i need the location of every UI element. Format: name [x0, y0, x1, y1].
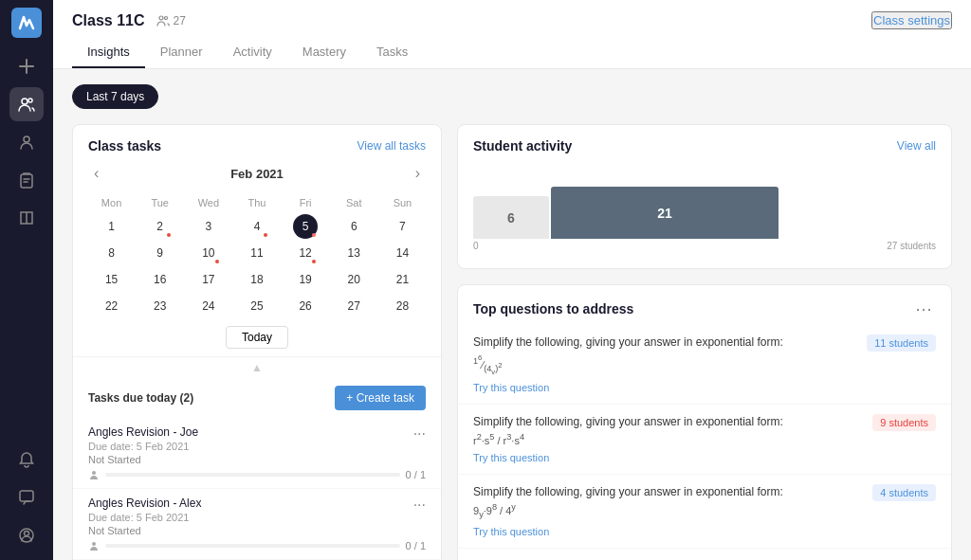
right-column: Student activity View all 6 21 0 27 s	[457, 124, 952, 560]
chart-axis: 0 27 students	[473, 239, 936, 253]
users-icon[interactable]	[9, 87, 44, 121]
task-name-2[interactable]: Angles Revision - Alex	[88, 497, 413, 510]
cal-day-7[interactable]: 7	[390, 214, 414, 239]
svg-point-9	[92, 471, 96, 475]
task-progress-bar-1	[105, 473, 400, 477]
question-content-1: Simplify the following, giving your answ…	[473, 334, 783, 394]
svg-point-2	[24, 136, 29, 142]
cal-day-12[interactable]: 12	[293, 241, 318, 265]
day-header-thu: Thu	[233, 193, 280, 212]
tab-planner[interactable]: Planner	[145, 37, 218, 68]
cal-day-9[interactable]: 9	[148, 241, 173, 265]
cal-day-19[interactable]: 19	[293, 267, 318, 292]
person-small-icon	[88, 469, 100, 480]
task-status-2: Not Started	[88, 525, 413, 536]
cal-day-2[interactable]: 2	[148, 214, 173, 239]
cal-day-15[interactable]: 15	[100, 267, 124, 292]
question-item-2: Simplify the following, giving your answ…	[458, 405, 951, 475]
cal-day-13[interactable]: 13	[341, 241, 366, 265]
class-title: Class 11C	[72, 12, 145, 29]
account-icon[interactable]	[9, 518, 44, 552]
day-header-mon: Mon	[88, 193, 135, 212]
person-small-icon-2	[88, 540, 100, 551]
question-formula-1: 16⁄(4v)2	[473, 353, 783, 376]
question-row-3: Simplify the following, giving your answ…	[473, 484, 936, 538]
cal-day-18[interactable]: 18	[245, 267, 269, 292]
question-content-2: Simplify the following, giving your answ…	[473, 414, 783, 464]
try-question-link-3[interactable]: Try this question	[473, 526, 549, 537]
cal-day-8[interactable]: 8	[100, 241, 124, 265]
cal-day-26[interactable]: 26	[293, 294, 318, 318]
question-item-1: Simplify the following, giving your answ…	[458, 325, 951, 405]
cal-day-16[interactable]: 16	[148, 267, 173, 292]
svg-point-1	[28, 99, 32, 102]
cal-day-23[interactable]: 23	[148, 294, 173, 318]
tasks-due-title: Tasks due today (2)	[88, 391, 193, 405]
cal-day-28[interactable]: 28	[390, 294, 414, 318]
calendar-prev-button[interactable]: ‹	[88, 163, 104, 184]
task-item-2: Angles Revision - Alex Due date: 5 Feb 2…	[73, 489, 441, 560]
calendar-next-button[interactable]: ›	[410, 163, 426, 184]
task-name-1[interactable]: Angles Revision - Joe	[88, 425, 413, 439]
tasks-list-header: Tasks due today (2) + Create task	[73, 378, 441, 418]
task-more-button-2[interactable]: ···	[413, 497, 426, 514]
cal-day-22[interactable]: 22	[100, 294, 124, 318]
today-button[interactable]: Today	[226, 326, 288, 349]
cal-day-27[interactable]: 27	[341, 294, 366, 318]
cal-day-25[interactable]: 25	[245, 294, 269, 318]
task-more-button-1[interactable]: ···	[413, 425, 426, 443]
create-task-button[interactable]: + Create task	[335, 386, 426, 410]
question-text-2: Simplify the following, giving your answ…	[473, 414, 783, 430]
calendar-nav: ‹ Feb 2021 ›	[88, 163, 426, 184]
class-settings-button[interactable]: Class settings	[871, 11, 952, 29]
app-logo[interactable]	[11, 8, 42, 38]
task-progress-bar-2	[105, 544, 400, 548]
svg-point-8	[164, 16, 167, 19]
try-question-link-2[interactable]: Try this question	[473, 452, 549, 463]
task-separator-1: -	[170, 425, 180, 439]
tab-mastery[interactable]: Mastery	[287, 37, 361, 68]
try-question-link-1[interactable]: Try this question	[473, 382, 549, 393]
student-badge-3: 4 students	[872, 484, 936, 501]
student-badge-1: 11 students	[867, 334, 936, 352]
cal-day-3[interactable]: 3	[196, 214, 221, 239]
filter-last-7-days[interactable]: Last 7 days	[72, 84, 158, 109]
cal-day-24[interactable]: 24	[196, 294, 221, 318]
questions-more-button[interactable]: ⋯	[911, 298, 936, 319]
question-formula-3: 9y·98 / 4y	[473, 503, 783, 520]
calendar-month: Feb 2021	[230, 167, 284, 181]
cal-day-6[interactable]: 6	[341, 214, 366, 239]
tab-insights[interactable]: Insights	[72, 37, 145, 68]
tasks-card-title: Class tasks	[88, 138, 161, 154]
cal-day-4[interactable]: 4	[245, 214, 269, 239]
bell-icon[interactable]	[9, 443, 44, 477]
cal-day-21[interactable]: 21	[390, 267, 414, 292]
task-progress-row-1: 0 / 1	[88, 469, 426, 480]
chat-icon[interactable]	[9, 480, 44, 515]
cal-day-10[interactable]: 10	[196, 241, 221, 265]
tasks-card-header: Class tasks View all tasks	[73, 125, 441, 163]
task-item-1: Angles Revision - Joe Due date: 5 Feb 20…	[73, 418, 441, 489]
cal-day-5[interactable]: 5	[293, 214, 318, 239]
add-icon[interactable]	[9, 49, 44, 83]
cal-day-1[interactable]: 1	[100, 214, 124, 239]
person-icon[interactable]	[9, 125, 44, 159]
cal-day-14[interactable]: 14	[390, 241, 414, 265]
cal-day-17[interactable]: 17	[196, 267, 221, 292]
day-header-sun: Sun	[379, 193, 426, 212]
student-count: 27	[156, 14, 186, 27]
tab-tasks[interactable]: Tasks	[361, 37, 423, 68]
tab-activity[interactable]: Activity	[218, 37, 287, 68]
cal-day-11[interactable]: 11	[245, 241, 269, 265]
view-all-tasks-link[interactable]: View all tasks	[357, 139, 426, 153]
questions-card-header: Top questions to address ⋯	[458, 285, 951, 325]
cal-day-20[interactable]: 20	[341, 267, 366, 292]
svg-rect-3	[21, 174, 32, 188]
clipboard-icon[interactable]	[9, 163, 44, 197]
view-all-activity-link[interactable]: View all	[897, 139, 936, 153]
book-icon[interactable]	[9, 201, 44, 235]
content-area: Last 7 days Class tasks View all tasks ‹…	[53, 69, 971, 560]
two-col-layout: Class tasks View all tasks ‹ Feb 2021 › …	[72, 124, 952, 560]
task-progress-text-1: 0 / 1	[406, 469, 426, 480]
calendar-day-headers: Mon Tue Wed Thu Fri Sat Sun 1 2 3 4 5 6	[88, 193, 426, 318]
